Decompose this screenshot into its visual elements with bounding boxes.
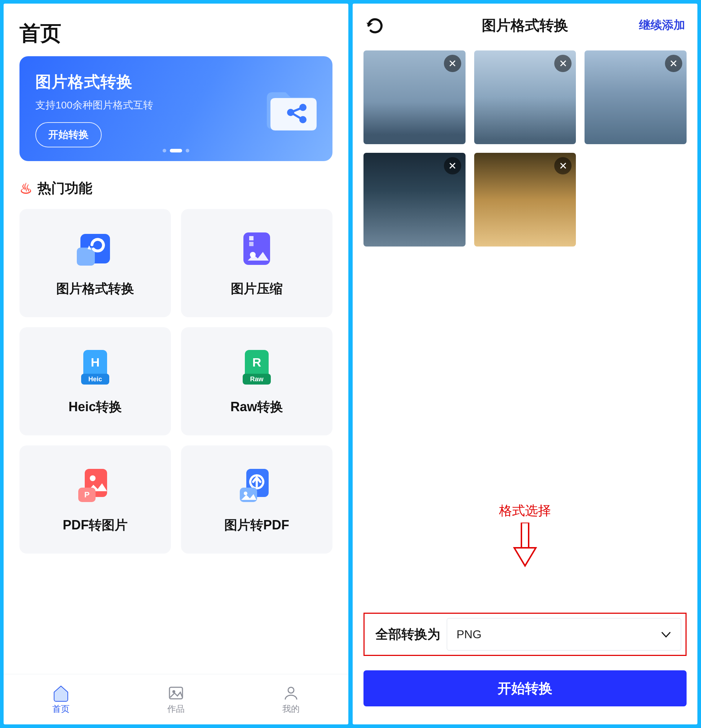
home-screen: 首页 图片格式转换 支持100余种图片格式互转 开始转换 ♨ 热门功能 — [4, 4, 348, 724]
arrow-down-icon — [511, 523, 539, 569]
raw-icon: R Raw — [237, 347, 277, 387]
svg-point-18 — [90, 475, 96, 481]
format-value: PNG — [456, 628, 481, 641]
svg-text:Heic: Heic — [88, 376, 102, 383]
feature-label: 图片压缩 — [231, 280, 283, 298]
svg-text:R: R — [252, 355, 261, 369]
remove-image-icon[interactable]: ✕ — [444, 157, 461, 175]
feature-card-compress[interactable]: 图片压缩 — [181, 209, 332, 317]
feature-grid: 图片格式转换 图片压缩 H Heic Heic转换 — [4, 200, 348, 553]
svg-point-23 — [244, 491, 248, 495]
svg-text:P: P — [84, 490, 90, 499]
bottom-tabbar: 首页 作品 我的 — [4, 674, 348, 724]
banner-start-button[interactable]: 开始转换 — [35, 122, 102, 147]
compress-icon — [237, 229, 277, 269]
svg-text:H: H — [91, 355, 100, 369]
format-row: 全部转换为 PNG — [364, 613, 687, 656]
section-title: ♨ 热门功能 — [4, 173, 348, 200]
works-icon — [167, 685, 185, 702]
profile-icon — [282, 685, 300, 702]
feature-card-convert[interactable]: 图片格式转换 — [19, 209, 171, 317]
selected-image[interactable]: ✕ — [364, 153, 465, 247]
remove-image-icon[interactable]: ✕ — [554, 55, 572, 72]
home-icon — [52, 685, 70, 702]
selected-image[interactable]: ✕ — [474, 153, 576, 247]
convert-screen: 图片格式转换 继续添加 ✕ ✕ ✕ ✕ ✕ 格式选择 全部转换为 PNG — [353, 4, 697, 724]
chevron-down-icon — [660, 629, 671, 640]
header: 图片格式转换 继续添加 — [353, 4, 697, 47]
selected-image[interactable]: ✕ — [585, 51, 687, 144]
remove-image-icon[interactable]: ✕ — [444, 55, 461, 72]
heic-icon: H Heic — [75, 347, 115, 387]
image-to-pdf-icon — [237, 465, 277, 505]
remove-image-icon[interactable]: ✕ — [554, 157, 572, 175]
selected-image[interactable]: ✕ — [364, 51, 465, 144]
svg-rect-7 — [249, 242, 253, 246]
image-grid: ✕ ✕ ✕ ✕ ✕ — [353, 47, 697, 247]
carousel-dots[interactable] — [163, 149, 189, 152]
format-select[interactable]: PNG — [447, 618, 681, 650]
back-icon[interactable] — [364, 15, 384, 36]
annotation-callout: 格式选择 — [499, 502, 551, 569]
page-title: 图片格式转换 — [482, 16, 568, 35]
feature-banner[interactable]: 图片格式转换 支持100余种图片格式互转 开始转换 — [19, 56, 332, 161]
feature-label: 图片转PDF — [224, 516, 289, 534]
svg-point-26 — [288, 687, 294, 693]
remove-image-icon[interactable]: ✕ — [665, 55, 682, 72]
selected-image[interactable]: ✕ — [474, 51, 576, 144]
format-label: 全部转换为 — [369, 618, 447, 650]
tab-home[interactable]: 首页 — [4, 674, 119, 724]
convert-icon — [75, 229, 115, 269]
feature-label: PDF转图片 — [63, 516, 127, 534]
add-more-button[interactable]: 继续添加 — [639, 17, 685, 33]
svg-text:Raw: Raw — [250, 376, 264, 383]
feature-card-raw[interactable]: R Raw Raw转换 — [181, 327, 332, 435]
feature-label: Heic转换 — [68, 398, 122, 416]
svg-rect-6 — [249, 236, 253, 240]
folder-share-icon — [262, 84, 320, 134]
feature-label: 图片格式转换 — [56, 280, 134, 298]
svg-rect-27 — [521, 523, 529, 548]
feature-label: Raw转换 — [230, 398, 283, 416]
svg-rect-4 — [77, 248, 95, 266]
tab-mine[interactable]: 我的 — [233, 674, 348, 724]
feature-card-img2pdf[interactable]: 图片转PDF — [181, 445, 332, 553]
flame-icon: ♨ — [19, 181, 32, 196]
start-convert-button[interactable]: 开始转换 — [364, 670, 687, 706]
page-title: 首页 — [4, 4, 348, 56]
tab-works[interactable]: 作品 — [119, 674, 234, 724]
feature-card-heic[interactable]: H Heic Heic转换 — [19, 327, 171, 435]
feature-card-pdf2img[interactable]: P PDF转图片 — [19, 445, 171, 553]
pdf-to-image-icon: P — [75, 465, 115, 505]
